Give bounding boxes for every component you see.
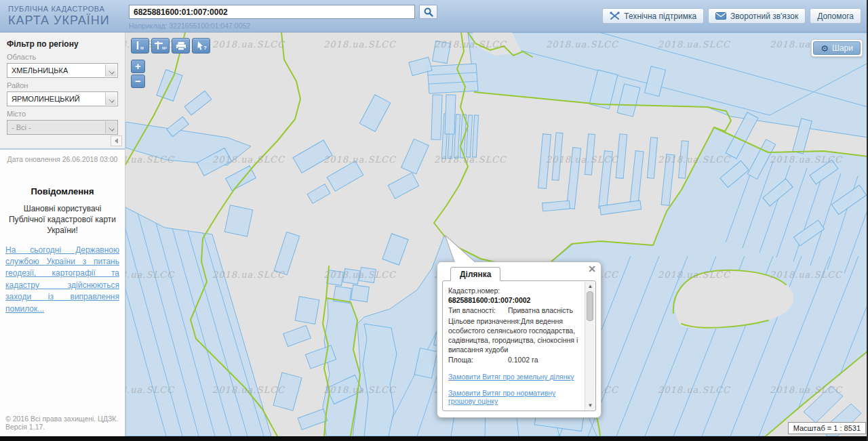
tab-parcel[interactable]: Ділянка bbox=[450, 267, 500, 281]
bottom-bar bbox=[0, 436, 868, 441]
zoom-out-button[interactable]: − bbox=[131, 75, 145, 88]
svg-text:2018.ua.SLCC: 2018.ua.SLCC bbox=[212, 39, 285, 49]
area-value: 0.1002 га bbox=[508, 356, 538, 364]
message-title: Повідомлення bbox=[0, 186, 125, 196]
svg-text:2018.ua.SLCC: 2018.ua.SLCC bbox=[125, 154, 175, 165]
tech-support-button[interactable]: Технічна підтримка bbox=[602, 8, 704, 24]
order-valuation-link[interactable]: Замовити Витяг про нормативну грошову оц… bbox=[448, 389, 580, 405]
popup-callout-arrow bbox=[437, 234, 485, 264]
row-cadastral-number: Кадастр.номер:6825881600:01:007:0002 bbox=[448, 286, 580, 305]
measure-distance-button[interactable]: м bbox=[131, 38, 149, 54]
row-area: Площа:0.1002 га bbox=[448, 355, 580, 364]
update-date: Дата оновлення 26.06.2018 03:00 bbox=[0, 150, 125, 169]
site-logo[interactable]: ПУБЛІЧНА КАДАСТРОВА КАРТА УКРАЇНИ bbox=[8, 5, 110, 27]
search-hint: Наприклад: 3221655100:01:047:0052 bbox=[129, 22, 415, 30]
cadastral-number-value: 6825881600:01:007:0002 bbox=[448, 296, 530, 304]
district-value: ЯРМОЛИНЕЦЬКИЙ bbox=[12, 95, 80, 103]
layers-label: Шари bbox=[832, 43, 853, 53]
zoom-in-button[interactable]: + bbox=[131, 60, 145, 73]
svg-text:2018.ua.SLCC: 2018.ua.SLCC bbox=[125, 385, 175, 395]
svg-text:2018.ua.SLCC: 2018.ua.SLCC bbox=[658, 270, 731, 280]
feedback-label: Зворотний зв'язок bbox=[730, 12, 798, 21]
layers-button[interactable]: ⚙ Шари bbox=[811, 39, 863, 57]
message-link[interactable]: На сьогодні Державною службою України з … bbox=[5, 245, 119, 315]
svg-text:2018.ua.SLCC: 2018.ua.SLCC bbox=[212, 385, 285, 395]
measure-area-icon: м² bbox=[154, 41, 167, 51]
svg-text:2018.ua.SLCC: 2018.ua.SLCC bbox=[434, 39, 507, 49]
svg-text:м²: м² bbox=[162, 45, 167, 50]
svg-text:2018.ua.SLCC: 2018.ua.SLCC bbox=[770, 154, 843, 165]
svg-text:2018.ua.SLCC: 2018.ua.SLCC bbox=[323, 154, 397, 165]
chevron-down-icon bbox=[105, 64, 117, 77]
row-ownership-type: Тип власності:Приватна власність bbox=[448, 306, 580, 315]
tools-icon bbox=[610, 12, 620, 20]
search-input[interactable] bbox=[129, 5, 415, 19]
measure-distance-icon: м bbox=[134, 41, 146, 51]
parcel-info-popup: ✕ Ділянка Кадастр.номер:6825881600:01:00… bbox=[437, 261, 601, 418]
map-canvas[interactable]: 2018.ua.SLCC2018.ua.SLCC2018.ua.SLCC2018… bbox=[125, 33, 868, 436]
svg-text:2018.ua.SLCC: 2018.ua.SLCC bbox=[658, 154, 731, 165]
search-icon bbox=[424, 7, 433, 17]
identify-icon: ? bbox=[195, 41, 208, 51]
svg-text:2018.ua.SLCC: 2018.ua.SLCC bbox=[212, 270, 285, 280]
svg-text:2018.ua.SLCC: 2018.ua.SLCC bbox=[546, 154, 619, 165]
header-buttons: Технічна підтримка Зворотний зв'язок Доп… bbox=[602, 8, 861, 24]
logo-line1: ПУБЛІЧНА КАДАСТРОВА bbox=[8, 5, 110, 14]
header: ПУБЛІЧНА КАДАСТРОВА КАРТА УКРАЇНИ Наприк… bbox=[0, 0, 868, 33]
svg-text:2018.ua.SLCC: 2018.ua.SLCC bbox=[770, 270, 843, 280]
identify-button[interactable]: ? bbox=[192, 38, 210, 54]
region-label: Область bbox=[7, 53, 118, 61]
feedback-button[interactable]: Зворотний зв'язок bbox=[708, 8, 806, 24]
print-button[interactable] bbox=[172, 38, 190, 54]
search-area: Наприклад: 3221655100:01:047:0052 bbox=[129, 5, 415, 30]
svg-text:м: м bbox=[140, 45, 144, 50]
help-label: Допомога bbox=[817, 12, 854, 21]
sidebar-collapse-button[interactable] bbox=[111, 135, 122, 146]
city-value: - Всі - bbox=[12, 123, 31, 131]
map-toolbar: м м² ? bbox=[131, 38, 210, 54]
scroll-down-icon[interactable]: ▼ bbox=[585, 401, 595, 410]
sidebar: Фільтр по регіону Область ХМЕЛЬНИЦЬКА Ра… bbox=[0, 33, 125, 436]
copyright-text: © 2016 Всі права захищені. ЦДЗК. Версія … bbox=[5, 415, 125, 431]
svg-text:2018.ua.SLCC: 2018.ua.SLCC bbox=[323, 270, 397, 280]
region-value: ХМЕЛЬНИЦЬКА bbox=[12, 66, 68, 75]
ownership-value: Приватна власність bbox=[508, 306, 573, 314]
search-button[interactable] bbox=[419, 5, 437, 19]
scroll-up-icon[interactable]: ▲ bbox=[585, 282, 595, 291]
region-select[interactable]: ХМЕЛЬНИЦЬКА bbox=[7, 63, 118, 78]
scale-indicator: Масштаб = 1 : 8531 bbox=[788, 422, 866, 434]
tech-support-label: Технічна підтримка bbox=[624, 12, 696, 21]
svg-text:2018.ua.SLCC: 2018.ua.SLCC bbox=[212, 154, 285, 165]
filter-title: Фільтр по регіону bbox=[7, 39, 118, 49]
svg-text:2018.ua.SLCC: 2018.ua.SLCC bbox=[658, 39, 731, 49]
row-purpose: Цільове призначення:Для ведення особисто… bbox=[448, 316, 580, 355]
envelope-icon bbox=[715, 12, 726, 20]
svg-text:2018.ua.SLCC: 2018.ua.SLCC bbox=[770, 385, 843, 395]
logo-line2: КАРТА УКРАЇНИ bbox=[8, 14, 110, 28]
svg-text:2018.ua.SLCC: 2018.ua.SLCC bbox=[323, 385, 397, 395]
region-filter-panel: Фільтр по регіону Область ХМЕЛЬНИЦЬКА Ра… bbox=[0, 33, 125, 150]
popup-body: Кадастр.номер:6825881600:01:007:0002 Тип… bbox=[442, 280, 596, 411]
svg-text:2018.ua.SLCC: 2018.ua.SLCC bbox=[658, 385, 731, 395]
message-greeting: Шановні користувачі Публічної кадастрово… bbox=[8, 203, 117, 236]
svg-text:2018.ua.SLCC: 2018.ua.SLCC bbox=[125, 270, 175, 280]
district-select[interactable]: ЯРМОЛИНЕЦЬКИЙ bbox=[7, 91, 118, 106]
app: ПУБЛІЧНА КАДАСТРОВА КАРТА УКРАЇНИ Наприк… bbox=[0, 0, 868, 441]
help-button[interactable]: Допомога bbox=[810, 8, 861, 24]
order-extract-link[interactable]: Замовити Витяг про земельну ділянку bbox=[448, 373, 580, 381]
svg-text:?: ? bbox=[203, 45, 207, 51]
zoom-controls: + − bbox=[131, 60, 145, 88]
chevron-down-icon bbox=[105, 93, 117, 105]
svg-text:2018.ua.SLCC: 2018.ua.SLCC bbox=[323, 39, 397, 49]
district-label: Район bbox=[7, 81, 118, 89]
print-icon bbox=[176, 41, 186, 51]
city-label: Місто bbox=[7, 110, 118, 118]
chevron-down-icon bbox=[105, 121, 117, 133]
gear-icon: ⚙ bbox=[821, 44, 829, 53]
measure-area-button[interactable]: м² bbox=[151, 38, 170, 54]
svg-text:2018.ua.SLCC: 2018.ua.SLCC bbox=[434, 154, 507, 165]
popup-scrollbar[interactable]: ▲ ▼ bbox=[585, 282, 595, 410]
svg-text:2018.ua.SLCC: 2018.ua.SLCC bbox=[546, 39, 619, 49]
scroll-thumb[interactable] bbox=[587, 291, 593, 321]
close-icon[interactable]: ✕ bbox=[588, 264, 596, 274]
